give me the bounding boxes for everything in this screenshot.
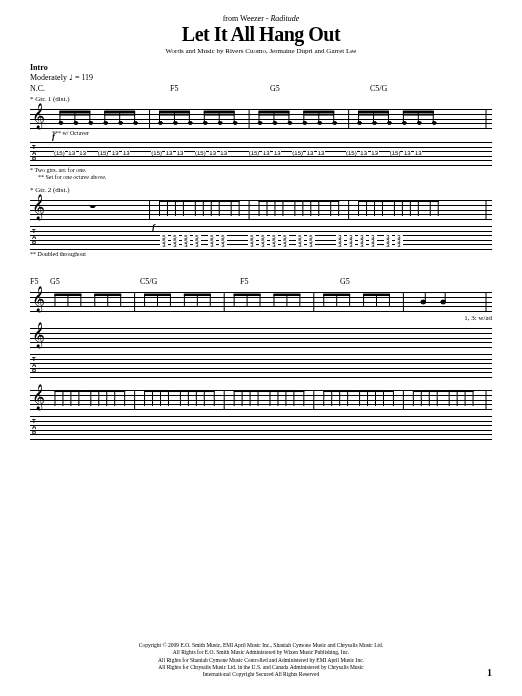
copyright-line: All Rights for Shaniah Cymone Music Cont… <box>30 657 492 664</box>
copyright-line: All Rights for E.O. Smith Music Administ… <box>30 649 492 656</box>
svg-point-20 <box>159 121 163 124</box>
tab-clef-icon: TAB <box>32 144 36 162</box>
staff-gtr1-sys2: 𝄞 <box>30 292 492 312</box>
svg-point-22 <box>173 121 177 124</box>
copyright-line: Copyright © 2009 E.O. Smith Music, EMI A… <box>30 642 492 649</box>
svg-point-45 <box>303 121 307 124</box>
chord-nc: N.C. <box>30 84 50 93</box>
notation-gtr1-sys2 <box>50 292 488 312</box>
tab-gtr1-sys2: TAB <box>30 354 492 378</box>
tab-clef-icon: TAB <box>32 418 36 436</box>
tab-cell: 13 <box>68 151 76 155</box>
tab-gtr2-sys2: TAB <box>30 416 492 440</box>
svg-point-5 <box>74 121 78 124</box>
tab-chord: 333 <box>395 235 403 247</box>
svg-point-58 <box>387 121 391 124</box>
staff-gtr1-sys1: 𝄞 <box>30 109 492 129</box>
tab-chord: 333 <box>358 235 366 247</box>
gtr1-label: * Gtr. 1 (dist.) <box>30 95 492 103</box>
tab-cell: (15) <box>151 151 162 155</box>
chord-g5: G5 <box>270 84 370 93</box>
svg-rect-191 <box>413 390 473 391</box>
tab-chord: 553 <box>248 235 256 247</box>
staff-gtr1b-sys2: 𝄞 <box>30 328 492 348</box>
tab-chord: 553 <box>171 235 179 247</box>
tab-cell: 13 <box>209 151 217 155</box>
svg-point-30 <box>218 121 222 124</box>
tab-cell: 13 <box>371 151 379 155</box>
chord-f5: F5 <box>240 277 340 286</box>
treble-clef-icon: 𝄞 <box>32 105 45 127</box>
svg-point-37 <box>258 121 262 124</box>
svg-rect-82 <box>259 200 339 201</box>
chord-g5: G5 <box>340 277 420 286</box>
tab-cell: (15) <box>98 151 109 155</box>
svg-rect-70 <box>160 200 240 201</box>
tab-cell: 13 <box>165 151 173 155</box>
tab-chord: 333 <box>384 235 392 247</box>
tab-clef-icon: TAB <box>32 356 36 374</box>
svg-point-41 <box>288 121 292 124</box>
staff-gtr2-sys2: 𝄞 <box>30 390 492 410</box>
treble-clef-icon: 𝄞 <box>32 196 45 218</box>
tab-chord: 333 <box>369 235 377 247</box>
tab-gtr2-sys1: TAB 553 553 553 553 553 553 553 553 553 … <box>30 226 492 250</box>
svg-point-28 <box>203 121 207 124</box>
chord-c5g: C5/G <box>370 84 450 93</box>
tab-cell: (15) <box>292 151 303 155</box>
tab-cell: (15) <box>195 151 206 155</box>
tab-cell: 13 <box>262 151 270 155</box>
svg-rect-94 <box>359 200 439 201</box>
tab-cell: 13 <box>273 151 281 155</box>
tab-chord: 553 <box>281 235 289 247</box>
chord-row-1: N.C. F5 G5 C5/G <box>30 84 492 93</box>
svg-point-47 <box>318 121 322 124</box>
tab-cell: (15) <box>346 151 357 155</box>
source-line: from Weezer - Raditude <box>30 14 492 23</box>
svg-point-13 <box>119 121 123 124</box>
sys2-note: 1, 3: w/ad <box>30 314 492 322</box>
tab-cell: 13 <box>317 151 325 155</box>
svg-point-62 <box>402 121 406 124</box>
tab-cell: (15) <box>249 151 260 155</box>
tab-cell: 13 <box>360 151 368 155</box>
source-prefix: from Weezer - <box>223 14 271 23</box>
tab-chord: 333 <box>336 235 344 247</box>
copyright-line: International Copyright Secured All Righ… <box>30 671 492 678</box>
tab-chord: 553 <box>296 235 304 247</box>
tab-chord: 333 <box>347 235 355 247</box>
tab-chord: 553 <box>182 235 190 247</box>
tab-chord: 553 <box>208 235 216 247</box>
treble-clef-icon: 𝄞 <box>32 386 45 408</box>
song-title: Let It All Hang Out <box>30 23 492 46</box>
svg-point-24 <box>188 121 192 124</box>
treble-clef-icon: 𝄞 <box>32 324 45 346</box>
tab-cell: (15) <box>390 151 401 155</box>
credits: Words and Music by Rivers Cuomo, Jermain… <box>30 47 492 55</box>
notation-gtr1-sys1 <box>50 109 488 129</box>
sheet-music-page: from Weezer - Raditude Let It All Hang O… <box>0 0 522 450</box>
notation-gtr2-sys2 <box>50 390 488 410</box>
notation-gtr2-sys1: 𝄻 <box>50 200 488 220</box>
svg-point-39 <box>273 121 277 124</box>
svg-point-49 <box>333 121 337 124</box>
tab-chord: 553 <box>160 235 168 247</box>
footnote-two-gtrs: * Two gtrs. arr. for one. <box>30 167 492 173</box>
treble-clef-icon: 𝄞 <box>32 288 45 310</box>
gtr2-label: * Gtr. 2 (dist.) <box>30 186 492 194</box>
svg-point-7 <box>89 121 93 124</box>
tab-cell: 13 <box>306 151 314 155</box>
tab-clef-icon: TAB <box>32 228 36 246</box>
svg-point-56 <box>373 121 377 124</box>
gtr1-octaver-note: *** w/ Octaver <box>52 130 492 136</box>
footnote-octave: ** Set for one octave above. <box>38 174 492 180</box>
tab-cell: 13 <box>176 151 184 155</box>
tab-cell: 13 <box>220 151 228 155</box>
page-number: 1 <box>487 667 492 678</box>
tab-cell: 13 <box>111 151 119 155</box>
svg-point-3 <box>59 121 63 124</box>
source-album: Raditude <box>270 14 299 23</box>
tab-cell: 13 <box>403 151 411 155</box>
svg-point-54 <box>358 121 362 124</box>
tab-cell: 13 <box>414 151 422 155</box>
